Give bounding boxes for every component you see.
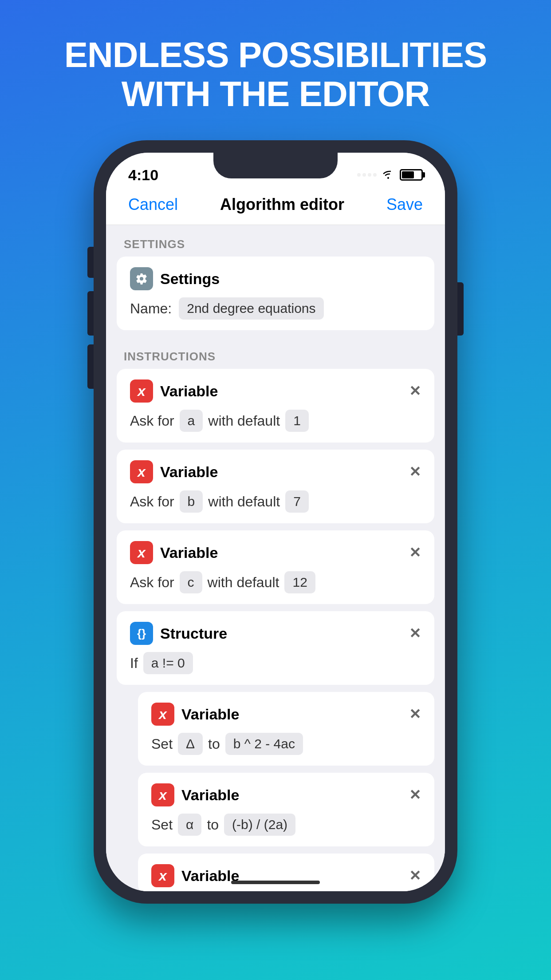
phone-notch [213,153,338,178]
status-icons [357,169,423,181]
mute-button [87,247,94,278]
variable-a-icon: x [130,379,153,403]
variable-c-with-default: with default [208,574,279,591]
settings-card-title-left: Settings [130,267,220,290]
variable-a-ask-row: Ask for a with default 1 [130,410,421,432]
variable-delta-to-label: to [208,736,220,752]
phone-frame: 4:10 [94,140,457,904]
variable-card-b: x Variable ✕ Ask for b with default 7 [117,450,434,523]
variable-alpha-name[interactable]: α [178,814,201,836]
variable-c-title: Variable [160,544,218,561]
variable-b-ask-label: Ask for [130,494,174,510]
structure-if-label: If [130,655,138,672]
nav-bar: Cancel Algorithm editor Save [106,188,445,225]
variable-c-ask-label: Ask for [130,574,174,591]
variable-partial-title-left: x Variable [151,864,239,887]
headline-line1: ENDLESS POSSIBILITIES [64,35,487,75]
signal-icon [357,173,377,177]
variable-b-title-row: x Variable ✕ [130,460,421,483]
variable-delta-expression[interactable]: b ^ 2 - 4ac [225,733,303,755]
structure-close-button[interactable]: ✕ [409,625,421,642]
variable-delta-set-row: Set Δ to b ^ 2 - 4ac [151,733,421,755]
volume-up-button [87,291,94,336]
settings-name-row: Name: 2nd degree equations [130,297,421,320]
phone-screen: 4:10 [106,153,445,891]
variable-b-title: Variable [160,463,218,481]
variable-partial-close-button[interactable]: ✕ [409,867,421,884]
variable-card-partial: x Variable ✕ [138,854,434,891]
structure-title-left: {} Structure [130,622,227,645]
phone-mockup: 4:10 [94,140,457,904]
variable-alpha-set-row: Set α to (-b) / (2a) [151,814,421,836]
settings-card-title-row: Settings [130,267,421,290]
variable-c-ask-row: Ask for c with default 12 [130,571,421,593]
variable-alpha-to-label: to [207,817,219,833]
variable-alpha-close-button[interactable]: ✕ [409,786,421,803]
save-button[interactable]: Save [386,195,423,214]
structure-condition[interactable]: a != 0 [143,652,193,674]
variable-alpha-set-label: Set [151,817,173,833]
variable-delta-icon: x [151,703,174,726]
volume-down-button [87,344,94,389]
variable-delta-set-label: Set [151,736,173,752]
instructions-section-header: INSTRUCTIONS [106,337,445,369]
structure-card: {} Structure ✕ If a != 0 [117,611,434,685]
variable-alpha-expression[interactable]: (-b) / (2a) [224,814,295,836]
structure-icon: {} [130,622,153,645]
variable-card-c: x Variable ✕ Ask for c with default 12 [117,530,434,604]
variable-a-close-button[interactable]: ✕ [409,383,421,399]
settings-name-label: Name: [130,300,172,317]
wifi-icon [381,170,395,180]
variable-b-close-button[interactable]: ✕ [409,463,421,480]
variable-delta-close-button[interactable]: ✕ [409,706,421,723]
variable-c-name[interactable]: c [180,571,202,593]
headline-line2: WITH THE EDITOR [122,74,430,114]
variable-a-title-left: x Variable [130,379,218,403]
variable-c-title-left: x Variable [130,541,218,564]
variable-a-default[interactable]: 1 [285,410,309,432]
settings-icon [130,267,153,290]
variable-a-title-row: x Variable ✕ [130,379,421,403]
variable-card-a: x Variable ✕ Ask for a with default 1 [117,369,434,443]
variable-b-icon: x [130,460,153,483]
structure-title: Structure [160,625,227,642]
variable-c-default[interactable]: 12 [284,571,315,593]
variable-delta-title: Variable [181,706,239,723]
battery-icon [400,169,423,181]
cancel-button[interactable]: Cancel [128,195,178,214]
variable-delta-name[interactable]: Δ [178,733,203,755]
variable-c-title-row: x Variable ✕ [130,541,421,564]
settings-name-value[interactable]: 2nd degree equations [179,297,323,320]
variable-c-close-button[interactable]: ✕ [409,544,421,561]
variable-a-name[interactable]: a [180,410,203,432]
status-time: 4:10 [128,166,158,184]
variable-a-title: Variable [160,383,218,400]
structure-title-row: {} Structure ✕ [130,622,421,645]
nav-title: Algorithm editor [220,195,344,214]
variable-alpha-title-row: x Variable ✕ [151,783,421,806]
variable-b-ask-row: Ask for b with default 7 [130,490,421,513]
variable-partial-icon: x [151,864,174,887]
structure-if-row: If a != 0 [130,652,421,674]
variable-partial-title: Variable [181,867,239,885]
svg-point-0 [387,177,389,179]
variable-alpha-icon: x [151,783,174,806]
variable-alpha-title: Variable [181,786,239,804]
settings-section-header: SETTINGS [106,225,445,257]
variable-delta-title-left: x Variable [151,703,239,726]
settings-card: Settings Name: 2nd degree equations [117,257,434,330]
power-button [457,282,464,336]
variable-b-default[interactable]: 7 [285,490,309,513]
variable-alpha-title-left: x Variable [151,783,239,806]
variable-b-name[interactable]: b [180,490,203,513]
variable-card-delta: x Variable ✕ Set Δ to b ^ 2 - 4ac [138,692,434,766]
home-indicator [231,881,320,884]
variable-a-with-default: with default [208,413,280,429]
headline: ENDLESS POSSIBILITIES WITH THE EDITOR [38,36,514,114]
variable-delta-title-row: x Variable ✕ [151,703,421,726]
variable-b-title-left: x Variable [130,460,218,483]
variable-a-ask-label: Ask for [130,413,174,429]
screen-content[interactable]: SETTINGS Settings [106,225,445,891]
settings-card-title: Settings [160,270,220,288]
variable-b-with-default: with default [208,494,280,510]
